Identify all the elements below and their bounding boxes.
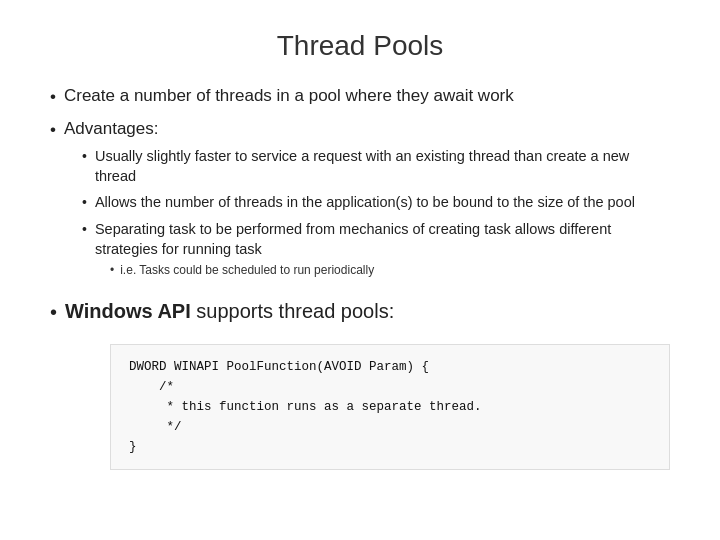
bullet-2a-text: Usually slightly faster to service a req… <box>95 146 670 187</box>
bullet-2c-marker: • <box>82 220 87 240</box>
bullet-2b-text: Allows the number of threads in the appl… <box>95 192 635 212</box>
bullet-2a: • Usually slightly faster to service a r… <box>82 146 670 187</box>
bullet-2b: • Allows the number of threads in the ap… <box>82 192 670 213</box>
bullet-2-group: • Advantages: • Usually slightly faster … <box>50 117 670 279</box>
bullet-3-bold: Windows API <box>65 300 191 322</box>
bullet-1-marker: • <box>50 85 56 109</box>
bullet-3-text: Windows API supports thread pools: <box>65 297 394 325</box>
bullet-2c1-text: i.e. Tasks could be scheduled to run per… <box>120 262 374 279</box>
bullet-2c-children: • i.e. Tasks could be scheduled to run p… <box>110 262 670 279</box>
bullet-2c: • Separating task to be performed from m… <box>82 219 670 260</box>
bullet-2c-group: • Separating task to be performed from m… <box>82 219 670 279</box>
bullet-3: • Windows API supports thread pools: <box>50 297 670 326</box>
bullet-2c-text: Separating task to be performed from mec… <box>95 219 670 260</box>
bullet-1: • Create a number of threads in a pool w… <box>50 84 670 109</box>
bullet-3-suffix: supports thread pools: <box>191 300 394 322</box>
bullet-2c1: • i.e. Tasks could be scheduled to run p… <box>110 262 670 279</box>
bullet-3-marker: • <box>50 298 57 326</box>
bullet-1-text: Create a number of threads in a pool whe… <box>64 84 514 108</box>
slide: Thread Pools • Create a number of thread… <box>0 0 720 540</box>
code-block: DWORD WINAPI PoolFunction(AVOID Param) {… <box>110 344 670 470</box>
bullet-2a-marker: • <box>82 147 87 167</box>
slide-content: • Create a number of threads in a pool w… <box>50 84 670 510</box>
bullet-2c1-marker: • <box>110 262 114 279</box>
bullet-2: • Advantages: <box>50 117 670 142</box>
bullet-2-marker: • <box>50 118 56 142</box>
bullet-2-children: • Usually slightly faster to service a r… <box>82 146 670 280</box>
bullet-2-text: Advantages: <box>64 117 159 141</box>
bullet-2b-marker: • <box>82 193 87 213</box>
slide-title: Thread Pools <box>50 30 670 62</box>
